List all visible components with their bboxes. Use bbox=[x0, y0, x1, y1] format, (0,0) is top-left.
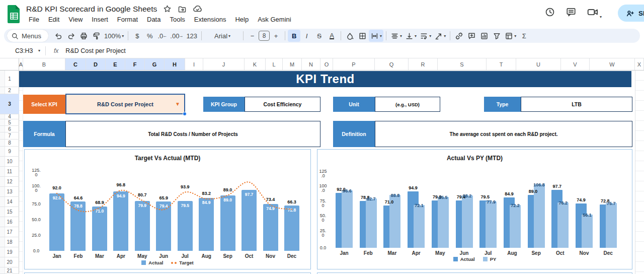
formula-value-cell[interactable]: Total R&D Costs / Number of Projects bbox=[65, 121, 320, 147]
column-header-J[interactable]: J bbox=[203, 58, 245, 70]
row-header-9[interactable]: 9 bbox=[0, 147, 19, 157]
row-header-12[interactable]: 12 bbox=[0, 177, 19, 187]
row-header-6[interactable]: 6 bbox=[0, 126, 19, 132]
fill-color-button[interactable] bbox=[344, 30, 356, 42]
vertical-align-button[interactable]: ▾ bbox=[404, 30, 418, 42]
column-header-H[interactable]: H bbox=[165, 58, 185, 70]
selection-fill-handle[interactable] bbox=[183, 112, 187, 116]
increase-decimal-button[interactable]: .00→ bbox=[169, 30, 185, 42]
menu-ask-gemini[interactable]: Ask Gemini bbox=[254, 15, 294, 24]
formula-label-cell[interactable]: Formula bbox=[23, 121, 65, 147]
cloud-saved-icon[interactable] bbox=[193, 4, 202, 14]
menu-help[interactable]: Help bbox=[231, 15, 252, 24]
unit-label-cell[interactable]: Unit bbox=[333, 97, 375, 112]
unit-value-cell[interactable]: (e.g., USD) bbox=[375, 97, 440, 112]
row-header-1[interactable]: 1 bbox=[0, 71, 19, 87]
row-header-10[interactable]: 10 bbox=[0, 157, 19, 167]
column-header-U[interactable]: U bbox=[516, 58, 561, 70]
menu-data[interactable]: Data bbox=[143, 15, 164, 24]
column-header-P[interactable]: P bbox=[333, 58, 375, 70]
row-header-18[interactable]: 18 bbox=[0, 237, 19, 247]
borders-button[interactable] bbox=[356, 30, 369, 42]
horizontal-align-button[interactable]: ▾ bbox=[389, 30, 404, 42]
bold-button[interactable]: B bbox=[288, 30, 300, 42]
row-header-8[interactable]: 8 bbox=[0, 140, 19, 147]
column-header-N[interactable]: N bbox=[302, 58, 320, 70]
meet-camera-icon[interactable]: ▾ bbox=[587, 6, 602, 20]
menu-tools[interactable]: Tools bbox=[166, 15, 188, 24]
column-header-R[interactable]: R bbox=[409, 58, 438, 70]
row-header-7[interactable]: 7 bbox=[0, 132, 19, 140]
menu-file[interactable]: File bbox=[25, 15, 43, 24]
row-header-11[interactable]: 11 bbox=[0, 167, 19, 177]
menu-extensions[interactable]: Extensions bbox=[191, 15, 230, 24]
name-box-caret-icon[interactable]: ▾ bbox=[38, 48, 40, 53]
functions-button[interactable]: Σ bbox=[518, 30, 530, 42]
text-wrap-button[interactable]: ▾ bbox=[418, 30, 433, 42]
column-header-E[interactable]: E bbox=[106, 58, 125, 70]
type-value-cell[interactable]: LTB bbox=[521, 97, 632, 112]
column-header-A[interactable]: A bbox=[19, 58, 23, 70]
table-views-button[interactable]: ▾ bbox=[503, 30, 518, 42]
move-to-folder-icon[interactable] bbox=[178, 5, 187, 14]
row-header-19[interactable]: 19 bbox=[0, 247, 19, 257]
row-header-20[interactable]: 20 bbox=[0, 257, 19, 267]
decrease-decimal-button[interactable]: .0← bbox=[156, 30, 169, 42]
definition-value-cell[interactable]: The average cost spent on each R&D proje… bbox=[375, 121, 632, 147]
chart-target-vs-actual[interactable]: Target Vs Actual (MTD)0.025.050.075.0100… bbox=[24, 149, 311, 269]
more-formats-button[interactable]: 123 bbox=[185, 30, 199, 42]
row-header-15[interactable]: 15 bbox=[0, 207, 19, 217]
dropdown-caret-icon[interactable]: ▼ bbox=[175, 101, 180, 107]
row-header-2[interactable]: 2 bbox=[0, 87, 19, 94]
column-header-D[interactable]: D bbox=[86, 58, 106, 70]
column-header-O[interactable]: O bbox=[320, 58, 333, 70]
version-history-icon[interactable] bbox=[544, 7, 555, 20]
column-header-C[interactable]: C bbox=[65, 58, 86, 70]
column-header-T[interactable]: T bbox=[487, 58, 516, 70]
redo-button[interactable] bbox=[65, 30, 77, 42]
search-menus-button[interactable]: Menus bbox=[7, 30, 48, 42]
column-header-S[interactable]: S bbox=[438, 58, 487, 70]
kpi-group-value-cell[interactable]: Cost Efficiency bbox=[245, 97, 320, 112]
insert-comment-button[interactable] bbox=[465, 30, 478, 42]
doc-title[interactable]: R&D KPI Scorecard in Google Sheets bbox=[26, 5, 157, 14]
column-header-X[interactable]: X bbox=[635, 58, 644, 70]
row-header-13[interactable]: 13 bbox=[0, 187, 19, 197]
menu-insert[interactable]: Insert bbox=[88, 15, 112, 24]
column-header-K[interactable]: K bbox=[245, 58, 266, 70]
kpi-group-label-cell[interactable]: KPI Group bbox=[203, 97, 245, 112]
chart-actual-vs-py[interactable]: Actual Vs PY (MTD)0.025. 050. 075. 0100 … bbox=[317, 149, 632, 269]
row-header-4[interactable]: 4 bbox=[0, 114, 19, 119]
name-box[interactable]: C3:H3 bbox=[0, 47, 37, 54]
text-color-button[interactable]: A bbox=[326, 30, 338, 42]
formula-input[interactable]: R&D Cost per Project bbox=[65, 47, 125, 54]
comment-history-icon[interactable] bbox=[566, 7, 577, 20]
column-header-L[interactable]: L bbox=[266, 58, 283, 70]
select-kpi-label-cell[interactable]: Select KPI bbox=[23, 95, 65, 114]
menu-edit[interactable]: Edit bbox=[45, 15, 63, 24]
column-header-I[interactable]: I bbox=[185, 58, 203, 70]
type-label-cell[interactable]: Type bbox=[484, 97, 521, 112]
column-header-B[interactable]: B bbox=[23, 58, 65, 70]
row-header-14[interactable]: 14 bbox=[0, 197, 19, 207]
menu-view[interactable]: View bbox=[65, 15, 86, 24]
insert-link-button[interactable] bbox=[453, 30, 465, 42]
sheets-logo-icon[interactable] bbox=[7, 5, 21, 24]
kpi-trend-banner[interactable]: KPI Trend bbox=[19, 71, 631, 87]
select-all-corner[interactable] bbox=[0, 58, 19, 70]
decrease-font-size-button[interactable]: − bbox=[246, 30, 259, 42]
column-header-M[interactable]: M bbox=[283, 58, 302, 70]
zoom-select[interactable]: 100%▾ bbox=[103, 30, 125, 42]
menu-format[interactable]: Format bbox=[114, 15, 141, 24]
column-header-W[interactable]: W bbox=[590, 58, 635, 70]
create-filter-button[interactable] bbox=[491, 30, 503, 42]
share-button[interactable]: Share bbox=[618, 5, 644, 22]
row-header-17[interactable]: 17 bbox=[0, 227, 19, 237]
merge-cells-button[interactable]: ▾ bbox=[369, 30, 383, 42]
print-button[interactable] bbox=[77, 30, 90, 42]
meet-caret-icon[interactable]: ▾ bbox=[600, 15, 602, 19]
increase-font-size-button[interactable]: + bbox=[270, 30, 282, 42]
row-header-5[interactable]: 5 bbox=[0, 119, 19, 126]
column-header-G[interactable]: G bbox=[145, 58, 165, 70]
format-percent-button[interactable]: % bbox=[143, 30, 156, 42]
